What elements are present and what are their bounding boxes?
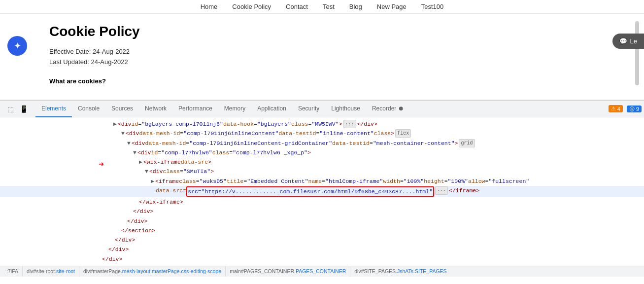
expand-arrow-3[interactable]: ▼	[127, 139, 131, 147]
tab-performance[interactable]: Performance	[172, 101, 218, 117]
page-dates: Effective Date: 24-Aug-2022 Last Updated…	[49, 47, 624, 68]
tab-lighthouse[interactable]: Lighthouse	[325, 101, 366, 117]
page-scrollbar[interactable]	[635, 21, 639, 85]
website-nav: Home Cookie Policy Contact Test Blog New…	[0, 0, 644, 14]
code-line-13[interactable]: </div>	[0, 235, 644, 245]
code-line-5[interactable]: ▶ <wix-iframe data-src> ➜	[0, 157, 644, 167]
devtools-tab-icons: ⬚ 📱	[2, 104, 32, 114]
expand-arrow-7[interactable]: ▶	[151, 177, 154, 185]
flex-badge[interactable]: flex	[395, 129, 411, 138]
page-content: ✦ Cookie Policy Effective Date: 24-Aug-2…	[0, 14, 644, 100]
section-heading: What are cookies?	[49, 77, 624, 85]
status-item-0[interactable]: :7iFA	[2, 266, 23, 277]
nav-contact[interactable]: Contact	[286, 3, 308, 10]
expand-arrow-2[interactable]: ▼	[121, 129, 125, 138]
code-line-9[interactable]: </wix-iframe>	[0, 197, 644, 207]
devtools-tabs: ⬚ 📱 Elements Console Sources Network Per…	[0, 101, 644, 117]
nav-new-page[interactable]: New Page	[377, 3, 407, 10]
tab-network[interactable]: Network	[139, 101, 172, 117]
code-line-8[interactable]: data-src= src="https://v............-com…	[0, 186, 644, 197]
devtools-code: ▶ <div id="bgLayers_comp-l7011nj6" data-…	[0, 117, 644, 266]
code-line-15[interactable]: </div>	[0, 254, 644, 264]
device-icon[interactable]: 📱	[18, 104, 29, 114]
src-highlight-box[interactable]: src="https://v............-com.filesusr.…	[186, 186, 434, 197]
code-line-11[interactable]: </div>	[0, 216, 644, 226]
tab-security[interactable]: Security	[292, 101, 325, 117]
tab-recorder[interactable]: Recorder ⏺	[366, 101, 410, 117]
code-line-7[interactable]: ▶ <iframe class="wuksD5" title="Embedded…	[0, 177, 644, 186]
info-badge[interactable]: 🛈9	[627, 106, 642, 112]
status-bar: :7iFA div#site-root.site-root div#master…	[0, 266, 644, 277]
status-item-4[interactable]: div#SITE_PAGES.JshATs.SITE_PAGES	[350, 266, 450, 277]
warning-badge[interactable]: ⚠4	[609, 105, 623, 112]
tab-sources[interactable]: Sources	[105, 101, 139, 117]
code-line-3[interactable]: ▼ <div data-mesh-id="comp-l7011nj6inline…	[0, 139, 644, 148]
devtools-badges: ⚠4 🛈9	[609, 105, 642, 112]
ellipsis-badge-8[interactable]: ···	[435, 186, 448, 195]
site-icon: ✦	[7, 36, 27, 56]
code-line-2[interactable]: ▼ <div data-mesh-id="comp-l7011nj6inline…	[0, 129, 644, 138]
grid-badge[interactable]: grid	[459, 139, 475, 147]
nav-cookie-policy[interactable]: Cookie Policy	[232, 3, 271, 10]
nav-test100[interactable]: Test100	[421, 3, 444, 10]
nav-test[interactable]: Test	[323, 3, 335, 10]
devtools-panel: ⬚ 📱 Elements Console Sources Network Per…	[0, 100, 644, 277]
ellipsis-badge-1[interactable]: ···	[343, 120, 356, 128]
arrow-container: ▶ <wix-iframe data-src> ➜	[0, 157, 644, 167]
status-item-2[interactable]: div#masterPage.mesh-layout.masterPage.cs…	[79, 266, 226, 277]
tab-memory[interactable]: Memory	[218, 101, 251, 117]
code-line-14[interactable]: </div>	[0, 245, 644, 254]
tab-application[interactable]: Application	[251, 101, 292, 117]
nav-blog[interactable]: Blog	[349, 3, 362, 10]
code-line-6[interactable]: ▼ <div class="SMuTIa">	[0, 167, 644, 176]
code-line-1[interactable]: ▶ <div id="bgLayers_comp-l7011nj6" data-…	[0, 119, 644, 129]
expand-arrow-4[interactable]: ▼	[133, 148, 136, 157]
inspect-icon[interactable]: ⬚	[5, 104, 16, 114]
chat-bubble[interactable]: 💬Le	[612, 34, 644, 49]
code-line-12[interactable]: </section>	[0, 226, 644, 235]
nav-home[interactable]: Home	[201, 3, 218, 10]
expand-arrow-1[interactable]: ▶	[113, 120, 117, 128]
status-item-1[interactable]: div#site-root.site-root	[23, 266, 79, 277]
status-item-3[interactable]: main#PAGES_CONTAINER.PAGES_CONTAINER	[226, 266, 350, 277]
code-line-4[interactable]: ▼ <div id="comp-l77hvlw6" class="comp-l7…	[0, 148, 644, 157]
code-line-10[interactable]: </div>	[0, 207, 644, 216]
page-title: Cookie Policy	[49, 24, 624, 39]
tab-console[interactable]: Console	[72, 101, 105, 117]
tab-elements[interactable]: Elements	[35, 101, 72, 117]
expand-arrow-6[interactable]: ▼	[145, 167, 148, 176]
expand-arrow-5[interactable]: ▶	[139, 158, 142, 166]
